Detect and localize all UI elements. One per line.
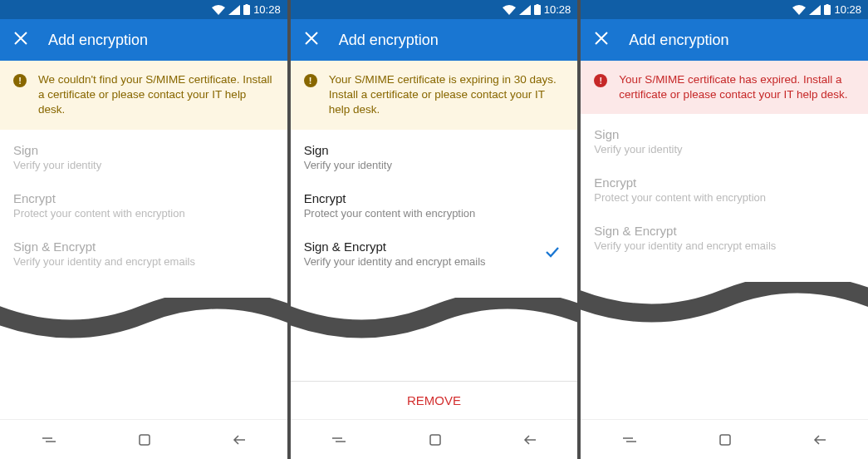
- content-break-wave: [291, 298, 578, 348]
- content-break-wave: [0, 298, 287, 348]
- close-icon[interactable]: [304, 31, 319, 49]
- android-nav-bar: [0, 419, 287, 459]
- warning-banner: ! We couldn't find your S/MIME certifica…: [0, 61, 287, 130]
- remove-button[interactable]: REMOVE: [291, 381, 578, 419]
- warning-icon: !: [13, 74, 27, 87]
- svg-rect-0: [243, 5, 250, 15]
- android-nav-bar: [581, 419, 868, 459]
- battery-icon: [534, 4, 541, 15]
- option-subtitle: Protect your content with encryption: [594, 191, 766, 204]
- status-bar: 10:28: [291, 0, 578, 19]
- banner-text: Your S/MIME certificate is expiring in 3…: [329, 72, 565, 118]
- option-subtitle: Verify your identity and encrypt emails: [594, 239, 776, 252]
- recents-button[interactable]: [621, 433, 638, 447]
- options-list: Sign Verify your identity Encrypt Protec…: [581, 114, 868, 265]
- svg-rect-5: [430, 435, 440, 445]
- options-list: Sign Verify your identity Encrypt Protec…: [0, 130, 287, 281]
- option-encrypt: Encrypt Protect your content with encryp…: [0, 181, 287, 230]
- home-button[interactable]: [429, 433, 442, 447]
- option-sign-encrypt: Sign & Encrypt Verify your identity and …: [0, 230, 287, 278]
- home-button[interactable]: [138, 433, 151, 447]
- app-bar: Add encryption: [0, 19, 287, 61]
- wifi-icon: [792, 5, 806, 15]
- clock: 10:28: [253, 3, 281, 16]
- option-title: Sign: [594, 127, 682, 141]
- android-nav-bar: [291, 419, 578, 459]
- svg-rect-8: [720, 435, 730, 445]
- error-banner: ! Your S/MIME certificate has expired. I…: [581, 61, 868, 114]
- option-subtitle: Verify your identity: [304, 159, 392, 171]
- svg-rect-2: [140, 435, 150, 445]
- option-title: Encrypt: [13, 191, 185, 205]
- option-sign: Sign Verify your identity: [0, 133, 287, 181]
- content-break-wave: [581, 282, 868, 332]
- page-title: Add encryption: [339, 32, 439, 49]
- battery-icon: [824, 4, 831, 15]
- wifi-icon: [503, 5, 516, 15]
- phone-screen-notfound: 10:28 Add encryption ! We couldn't find …: [0, 0, 287, 459]
- home-button[interactable]: [718, 433, 732, 447]
- svg-rect-7: [826, 4, 829, 6]
- status-bar: 10:28: [0, 0, 287, 19]
- option-title: Encrypt: [304, 191, 476, 205]
- option-sign-encrypt: Sign & Encrypt Verify your identity and …: [581, 214, 868, 262]
- signal-icon: [519, 5, 531, 15]
- back-button[interactable]: [522, 433, 537, 447]
- option-title: Sign & Encrypt: [594, 224, 776, 238]
- back-button[interactable]: [232, 433, 247, 447]
- battery-icon: [243, 4, 250, 15]
- recents-button[interactable]: [331, 433, 347, 447]
- option-subtitle: Verify your identity: [594, 143, 682, 155]
- phone-screen-expiring: 10:28 Add encryption ! Your S/MIME certi…: [291, 0, 578, 459]
- option-sign: Sign Verify your identity: [581, 117, 868, 165]
- option-subtitle: Verify your identity and encrypt emails: [13, 255, 195, 268]
- option-subtitle: Protect your content with encryption: [304, 207, 476, 220]
- svg-rect-3: [534, 5, 541, 15]
- signal-icon: [809, 5, 821, 15]
- back-button[interactable]: [812, 433, 827, 447]
- page-title: Add encryption: [48, 32, 148, 49]
- close-icon[interactable]: [13, 31, 28, 49]
- svg-rect-6: [824, 5, 831, 15]
- option-sign[interactable]: Sign Verify your identity: [291, 133, 578, 181]
- recents-button[interactable]: [41, 433, 57, 447]
- page-title: Add encryption: [629, 32, 728, 49]
- error-icon: !: [594, 74, 607, 87]
- option-encrypt[interactable]: Encrypt Protect your content with encryp…: [291, 181, 578, 230]
- svg-rect-1: [246, 4, 248, 6]
- warning-icon: !: [304, 74, 317, 87]
- clock: 10:28: [834, 3, 861, 16]
- checkmark-icon: [544, 244, 564, 264]
- option-subtitle: Verify your identity and encrypt emails: [304, 255, 486, 268]
- status-bar: 10:28: [581, 0, 868, 19]
- warning-banner: ! Your S/MIME certificate is expiring in…: [291, 61, 578, 130]
- banner-text: Your S/MIME certificate has expired. Ins…: [619, 72, 855, 102]
- wifi-icon: [212, 5, 225, 15]
- option-title: Sign: [13, 143, 101, 157]
- option-title: Sign & Encrypt: [304, 239, 486, 254]
- phone-screen-expired: 10:28 Add encryption ! Your S/MIME certi…: [581, 0, 868, 459]
- svg-rect-4: [536, 4, 538, 6]
- option-title: Sign: [304, 143, 392, 157]
- app-bar: Add encryption: [291, 19, 578, 61]
- clock: 10:28: [544, 3, 571, 16]
- options-list: Sign Verify your identity Encrypt Protec…: [291, 130, 578, 281]
- app-bar: Add encryption: [581, 19, 868, 61]
- signal-icon: [228, 5, 240, 15]
- option-sign-encrypt[interactable]: Sign & Encrypt Verify your identity and …: [291, 230, 578, 278]
- option-title: Encrypt: [594, 175, 766, 190]
- option-title: Sign & Encrypt: [13, 239, 195, 254]
- option-subtitle: Verify your identity: [13, 159, 101, 171]
- close-icon[interactable]: [594, 31, 609, 49]
- option-subtitle: Protect your content with encryption: [13, 207, 185, 220]
- banner-text: We couldn't find your S/MIME certificate…: [38, 72, 274, 118]
- option-encrypt: Encrypt Protect your content with encryp…: [581, 165, 868, 214]
